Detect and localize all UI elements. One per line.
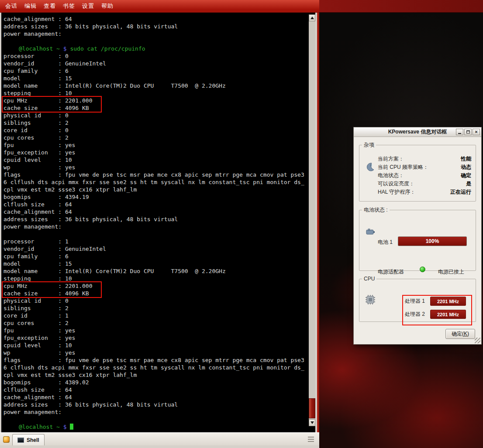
info-label: 当前 CPU 频率策略： (378, 164, 428, 171)
scrollbar-thumb[interactable] (309, 398, 315, 418)
desktop-background: KPowersave 信息对话框 × 杂项 z 当前方案： (319, 0, 483, 448)
info-row: HAL 守护程序：正在运行 (378, 188, 471, 196)
info-row: 当前方案：性能 (378, 155, 471, 163)
terminal-line: power management: (3, 223, 309, 230)
terminal-line: bogomips : 4389.02 (3, 379, 309, 386)
scroll-down-button[interactable] (309, 419, 315, 426)
terminal-line: physical id : 0 (3, 297, 309, 304)
tab-shell[interactable]: Shell (12, 434, 45, 445)
menu-item[interactable]: 书签 (62, 1, 76, 11)
terminal-line: wp : yes (3, 164, 309, 171)
window-buttons: × (456, 129, 480, 135)
terminal-line: 6 clflush dts acpi mmx fxsr sse sse2 ss … (3, 178, 309, 186)
processor-chip-icon (365, 294, 376, 307)
info-label: HAL 守护程序： (378, 188, 415, 196)
cpu-rows: 处理器 12201 MHz处理器 22201 MHz (405, 297, 466, 319)
menu-item[interactable]: 帮助 (100, 1, 114, 11)
battery-label: 电池 1 (378, 239, 393, 246)
konsole-window: 会话编辑查看书签设置帮助 cache_alignment : 64address… (0, 0, 319, 448)
cpu-groupbox: CPU 处理器 12201 MHz处理器 22201 MHz (359, 276, 476, 322)
arrow-up-icon (310, 17, 314, 19)
terminal-line: cache_alignment : 64 (3, 15, 309, 23)
misc-rows: 当前方案：性能当前 CPU 频率策略：动态电池状态：确定可以设定亮度：是HAL … (378, 155, 471, 196)
terminal-line: power management: (3, 30, 309, 38)
info-value: 动态 (461, 164, 471, 171)
terminal-line: model : 15 (3, 260, 309, 267)
terminal-line: clflush size : 64 (3, 201, 309, 208)
battery-groupbox: 电池状态 : 电池 1 100% 电源适配器 (359, 206, 476, 271)
scroll-up-button[interactable] (309, 14, 315, 21)
terminal-line: clflush size : 64 (3, 386, 309, 393)
new-session-icon (3, 436, 10, 443)
info-value: 正在运行 (450, 188, 471, 196)
terminal-line: cache size : 4096 KB (3, 290, 309, 297)
tab-bar: Shell (0, 432, 319, 445)
close-button[interactable]: × (473, 129, 480, 135)
session-list-button[interactable] (306, 434, 316, 444)
terminal-prompt-line: @localhost ~ $ sudo cat /proc/cpuinfo (3, 45, 309, 52)
menu-item[interactable]: 编辑 (24, 1, 38, 11)
terminal-line: fpu : yes (3, 327, 309, 334)
ok-button[interactable]: 确定(K) (445, 329, 475, 339)
cpu-label: 处理器 1 (405, 298, 428, 305)
terminal-cursor (70, 424, 73, 430)
terminal-line: cpuid level : 10 (3, 342, 309, 349)
terminal-line: 6 clflush dts acpi mmx fxsr sse sse2 ss … (3, 364, 309, 371)
menu-item[interactable]: 查看 (43, 1, 57, 11)
terminal-line: core id : 0 (3, 127, 309, 134)
terminal-line: processor : 0 (3, 52, 309, 60)
cpu-frequency-bar: 2201 MHz (430, 310, 466, 319)
redacted-username (3, 424, 19, 429)
terminal-line: vendor_id : GenuineIntel (3, 245, 309, 253)
terminal-command: sudo cat /proc/cpuinfo (67, 45, 145, 52)
terminal-line: cpu family : 6 (3, 253, 309, 260)
terminal-viewport[interactable]: cache_alignment : 64address sizes : 36 b… (1, 13, 315, 432)
menu-item[interactable]: 设置 (81, 1, 95, 11)
terminal-line: cpu cores : 2 (3, 319, 309, 327)
maximize-button[interactable] (464, 129, 472, 135)
screen: 会话编辑查看书签设置帮助 cache_alignment : 64address… (0, 0, 483, 448)
terminal-line: model name : Intel(R) Core(TM)2 Duo CPU … (3, 82, 309, 89)
terminal-line: stepping : 10 (3, 89, 309, 97)
info-row: 可以设定亮度：是 (378, 180, 471, 188)
terminal-line (3, 38, 309, 45)
battery-percent: 100% (426, 238, 439, 244)
battery-icon (366, 227, 376, 238)
terminal-line: physical id : 0 (3, 112, 309, 119)
terminal-line: cpu MHz : 2201.000 (3, 97, 309, 104)
cpu-frequency-value: 2201 MHz (437, 299, 459, 304)
terminal-line: fpu_exception : yes (3, 334, 309, 342)
misc-groupbox-legend: 杂项 (362, 141, 376, 149)
menu-item[interactable]: 会话 (4, 1, 18, 11)
terminal-line (3, 230, 309, 238)
battery-progress-fill: 100% (398, 237, 466, 246)
terminal-scrollbar[interactable] (309, 14, 315, 426)
terminal-line: cpu MHz : 2201.000 (3, 282, 309, 290)
terminal-line: cache_alignment : 64 (3, 393, 309, 401)
info-value: 确定 (461, 172, 471, 179)
arrow-down-icon (310, 421, 314, 424)
dialog-titlebar[interactable]: KPowersave 信息对话框 × (354, 127, 481, 137)
terminal-line: siblings : 2 (3, 119, 309, 127)
adapter-status: 电源已接上 (438, 268, 464, 276)
dialog-body: 杂项 z 当前方案：性能当前 CPU 频率策略：动态电池状态：确定可以设定亮度：… (354, 137, 481, 344)
sleep-moon-icon: z (365, 162, 375, 174)
terminal-icon (17, 438, 24, 443)
terminal-line: model name : Intel(R) Core(TM)2 Duo CPU … (3, 267, 309, 275)
terminal-line: cpl vmx est tm2 ssse3 cx16 xtpr lahf_lm (3, 371, 309, 379)
cpu-groupbox-legend: CPU (362, 276, 376, 282)
terminal-line: vendor_id : GenuineIntel (3, 60, 309, 67)
terminal-prompt-line: @localhost ~ $ (3, 423, 309, 431)
minimize-button[interactable] (456, 129, 463, 135)
resize-grip[interactable] (475, 338, 480, 343)
battery-groupbox-legend: 电池状态 : (362, 206, 390, 214)
terminal-line: bogomips : 4394.19 (3, 193, 309, 201)
terminal-line: cache_alignment : 64 (3, 208, 309, 215)
info-row: 当前 CPU 频率策略：动态 (378, 163, 471, 171)
terminal-output: cache_alignment : 64address sizes : 36 b… (1, 13, 309, 432)
cpu-label: 处理器 2 (405, 311, 428, 318)
terminal-line: cpu family : 6 (3, 67, 309, 75)
new-session-button[interactable] (1, 434, 11, 444)
terminal-line: fpu : yes (3, 141, 309, 149)
green-led-icon (420, 267, 425, 272)
